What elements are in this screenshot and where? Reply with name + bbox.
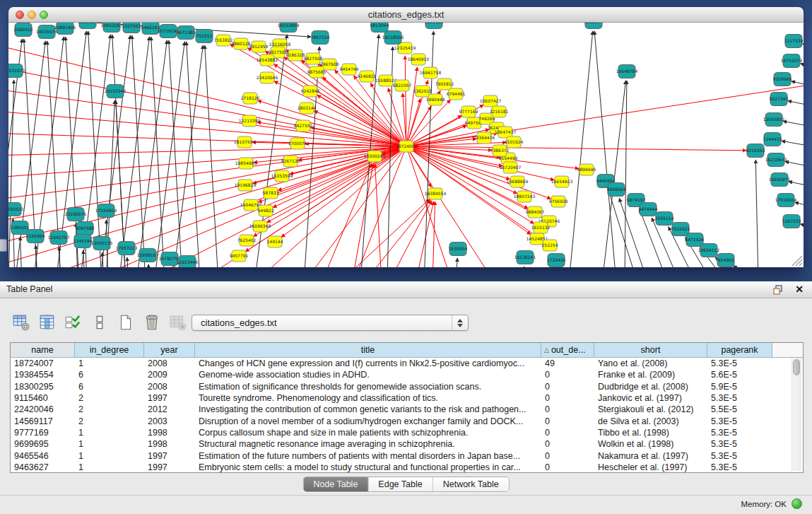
cell: 5.3E-5 [707, 428, 772, 438]
table-selector[interactable]: citations_edges.txt [192, 315, 469, 331]
canvas-resize-grip[interactable] [792, 256, 802, 266]
cell: 5.3E-5 [707, 358, 772, 368]
node-label: 18724007 [396, 144, 418, 148]
row-height-icon[interactable] [90, 313, 110, 332]
cell: 1 [75, 451, 144, 461]
modify-table-icon[interactable] [11, 313, 31, 332]
network-edge [172, 45, 203, 267]
tab-edge-table[interactable]: Edge Table [367, 477, 432, 491]
table-row[interactable]: 977716911998Corpus callosum shape and si… [11, 427, 803, 438]
node-label: 9671385 [177, 30, 196, 35]
node-label: 12325419 [394, 45, 416, 50]
column-header-in_degree[interactable]: in_degree [75, 343, 144, 357]
cell: 1997 [144, 393, 195, 403]
cell: 1 [75, 358, 144, 368]
network-edge [148, 264, 150, 267]
cell: 5.3E-5 [707, 451, 772, 461]
column-header-out_de[interactable]: △out_de... [541, 343, 594, 357]
node-label: 16210643 [765, 157, 787, 162]
table-row[interactable]: 2242004622012Investigating the contribut… [11, 404, 803, 415]
node-label: 18300295 [364, 153, 386, 158]
node-label: 15692971 [769, 177, 791, 182]
cell: 22420046 [11, 404, 75, 414]
show-columns-icon[interactable] [37, 313, 57, 332]
cell: de Silva et al. (2003) [594, 416, 707, 426]
column-header-short[interactable]: short [594, 343, 707, 357]
network-window: citations_edges.txt 71638228860128891295… [8, 7, 804, 267]
node-label: 1117539 [784, 38, 804, 43]
network-canvas[interactable]: 7163822886012889129542322605898275051654… [8, 23, 804, 267]
node-label: 9899695 [577, 167, 596, 172]
network-edge [375, 164, 382, 267]
delete-table-icon[interactable] [142, 313, 162, 332]
cell: Franke et al. (2009) [594, 370, 707, 380]
column-header-name[interactable]: name [11, 343, 75, 357]
node-label: 1145194 [73, 238, 93, 243]
memory-status-label: Memory: OK [741, 500, 787, 508]
network-edge [802, 44, 804, 49]
node-label: 6794461 [447, 91, 466, 96]
node-label: 14035574 [36, 29, 58, 34]
table-row[interactable]: 969969511998Structural magnetic resonanc… [11, 438, 803, 450]
network-edge [523, 267, 524, 267]
network-edge [83, 250, 85, 267]
network-edge [406, 67, 417, 146]
network-edge [416, 201, 434, 267]
node-label: 9827508 [304, 56, 323, 61]
node-label: 16543882 [257, 57, 278, 62]
cytoscape-app: citations_edges.txt 71638228860128891295… [0, 0, 812, 514]
node-label: 2385051 [11, 225, 30, 230]
node-label: 6813054 [370, 23, 389, 28]
node-label: 16353594 [271, 173, 293, 178]
network-edge [734, 266, 758, 267]
table-row[interactable]: 1456911722003Disruption of a novel membe… [11, 415, 803, 426]
table-scrollbar[interactable] [792, 358, 801, 471]
node-label: 6101624 [505, 139, 524, 144]
cell: Dudbridge et al. (2008) [594, 382, 707, 392]
node-label: 16033809 [278, 23, 300, 28]
table-row[interactable]: 1872400712008Changes of HCN gene express… [11, 358, 803, 369]
select-columns-icon[interactable] [64, 313, 83, 332]
cell: 14569117 [11, 416, 75, 426]
cell: 18724007 [11, 358, 75, 368]
network-edge [785, 161, 804, 168]
tab-node-table[interactable]: Node Table [303, 477, 367, 491]
cell: 5.5E-5 [707, 404, 772, 414]
node-label: 15046798 [240, 202, 262, 207]
create-table-icon[interactable] [116, 313, 136, 332]
node-label: 13505135 [91, 240, 113, 245]
table-row[interactable]: 946554611997Estimation of the future num… [11, 450, 803, 461]
table-mode-tabs: Node TableEdge TableNetwork Table [302, 477, 509, 492]
cell: 5.3E-5 [707, 393, 772, 403]
window-titlebar[interactable]: citations_edges.txt [8, 7, 804, 23]
table-row[interactable]: 1938455462009Genome-wide association stu… [11, 369, 803, 380]
tab-network-table[interactable]: Network Table [433, 477, 509, 491]
node-label: 19854985 [235, 160, 257, 165]
node-label: 8186328 [286, 52, 305, 57]
node-label: 15136141 [514, 255, 536, 259]
column-header-year[interactable]: year [144, 343, 195, 357]
node-label: 20206576 [65, 211, 87, 216]
scrollbar-thumb[interactable] [793, 359, 800, 375]
table-row[interactable]: 911546021997Tourette syndrome. Phenomeno… [11, 392, 803, 404]
table-toolbar: f(x) [11, 311, 214, 334]
close-panel-icon[interactable]: ✕ [795, 284, 804, 295]
network-edge [625, 81, 627, 267]
node-label: 7857224 [311, 35, 330, 40]
collapse-control-panel-arrow[interactable] [0, 239, 7, 252]
column-header-pagerank[interactable]: pagerank [707, 343, 772, 357]
node-label: 20531070 [8, 68, 25, 73]
node-label: 26260520 [8, 206, 23, 211]
cell: 1 [75, 439, 144, 449]
float-panel-icon[interactable] [772, 284, 784, 296]
node-label: 12213399 [239, 118, 261, 123]
node-label: 10654112 [698, 247, 720, 252]
node-label: 1527002 [122, 23, 141, 28]
cell: 1998 [144, 439, 195, 449]
column-header-title[interactable]: title [195, 343, 541, 357]
cell: 0 [541, 416, 594, 426]
node-label: 924565 [718, 257, 734, 262]
table-row[interactable]: 946362711997Embryonic stem cells: a mode… [11, 462, 803, 473]
table-row[interactable]: 1830029562008Estimation of significance … [11, 381, 803, 392]
node-label: 1806654 [78, 23, 98, 24]
